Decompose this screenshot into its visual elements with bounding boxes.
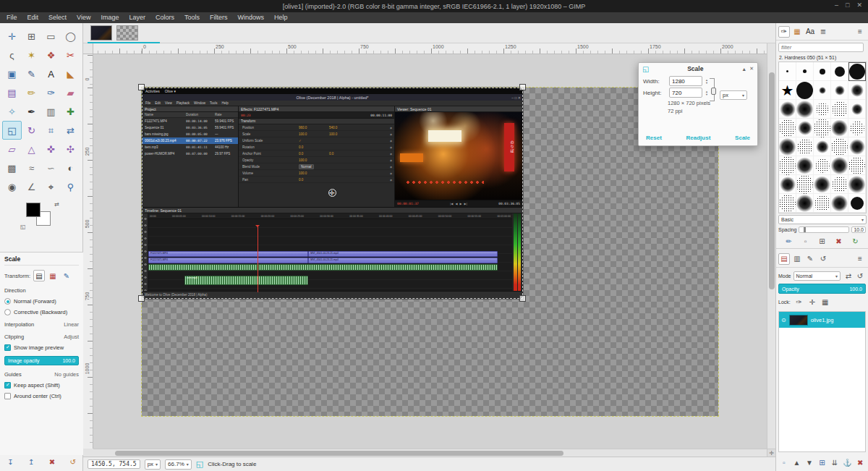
brush-item[interactable] <box>814 194 831 213</box>
mode-dropdown[interactable]: Normal <box>793 271 841 281</box>
brush-item[interactable] <box>831 62 848 81</box>
effect-value[interactable]: 540.0 <box>329 126 359 130</box>
brush-item[interactable] <box>814 119 831 137</box>
layer-visibility-icon[interactable]: ⊙ <box>781 317 786 323</box>
undo-history-tab-icon[interactable]: ↺ <box>817 253 829 265</box>
brush-item[interactable] <box>796 156 814 175</box>
brush-item[interactable] <box>796 100 814 119</box>
transport-button[interactable]: ◀ <box>455 202 457 205</box>
clipping-row[interactable]: Clipping Adjust <box>4 334 79 340</box>
tool-foreground-select[interactable]: ▣ <box>2 64 22 83</box>
tool-bucket-fill[interactable]: ◣ <box>61 64 80 83</box>
spacing-slider[interactable] <box>799 226 849 233</box>
tool-measure[interactable]: ∠ <box>22 177 41 196</box>
effect-value[interactable]: 960.0 <box>299 126 329 130</box>
effect-parameter-row[interactable]: Uniform Scale✓◆ <box>239 137 394 144</box>
document-history-tab-icon[interactable]: ≣ <box>817 26 829 38</box>
keyframe-icon[interactable]: ◆ <box>390 126 392 130</box>
brush-filter-input[interactable] <box>778 43 864 52</box>
brush-item[interactable] <box>831 137 848 156</box>
layer-opacity-slider[interactable]: Opacity 100.0 <box>778 284 866 294</box>
swap-colors-icon[interactable]: ⇄ <box>54 201 59 208</box>
tool-handle-transform[interactable]: ✣ <box>61 140 80 158</box>
reset-tool-options-icon[interactable]: ↺ <box>67 456 79 467</box>
keyframe-icon[interactable]: ◆ <box>390 158 392 162</box>
tool-paths[interactable]: ✎ <box>22 64 41 83</box>
effect-value[interactable]: 100.0 <box>299 132 329 136</box>
layer-name[interactable]: olive1.jpg <box>811 317 834 323</box>
effect-parameter-row[interactable]: Opacity100.0◆ <box>239 157 394 164</box>
transport-button[interactable]: |◀ <box>450 202 453 205</box>
mode-reset-icon[interactable]: ↺ <box>854 270 866 281</box>
tool-ellipse-select[interactable]: ◯ <box>61 27 80 46</box>
transport-button[interactable]: ▶| <box>464 202 467 205</box>
tool-color-picker[interactable]: ⌖ <box>41 177 61 196</box>
brush-item[interactable] <box>831 100 848 119</box>
lock-position-icon[interactable]: ✛ <box>807 296 818 307</box>
clipping-value[interactable]: Adjust <box>64 334 79 340</box>
menu-item[interactable]: Tools <box>179 12 205 23</box>
channels-tab-icon[interactable]: ▥ <box>791 253 803 265</box>
effect-value[interactable]: 0.0 <box>329 152 359 156</box>
project-media-item[interactable]: 00i01d.e2t.00.23.mp400:00:07:2223.976 FP… <box>142 137 238 144</box>
keyframe-icon[interactable]: ◆ <box>390 145 392 149</box>
height-spinner[interactable]: ▲▼ <box>705 90 708 96</box>
brush-item[interactable] <box>848 100 866 119</box>
layers-tab-icon[interactable]: ▤ <box>778 253 790 265</box>
scale-handle-bottom-right[interactable] <box>519 295 526 302</box>
tool-scissors-select[interactable]: ✂ <box>61 46 80 64</box>
new-brush-icon[interactable]: ▫ <box>800 235 812 247</box>
timeline-clip[interactable]: F1227471.MP4 <box>148 258 308 263</box>
brush-item[interactable] <box>848 119 866 137</box>
patterns-tab-icon[interactable]: ▦ <box>791 26 803 38</box>
timeline-clip[interactable]: F1227471.MP4 <box>148 251 308 257</box>
menu-item[interactable]: Windows <box>232 12 269 23</box>
keyframe-icon[interactable]: ◆ <box>390 171 392 175</box>
brush-item[interactable] <box>848 194 866 213</box>
unit-dropdown-dialog[interactable]: px <box>720 90 747 100</box>
tool-text[interactable]: A <box>41 64 61 83</box>
brush-item[interactable] <box>796 119 814 137</box>
lower-layer-icon[interactable]: ▼ <box>804 457 815 468</box>
tool-align[interactable]: ⊞ <box>22 27 41 46</box>
vertical-scrollbar[interactable] <box>767 43 775 449</box>
show-preview-checkbox[interactable] <box>4 344 11 351</box>
brush-item[interactable] <box>814 100 831 119</box>
project-media-item[interactable]: bars missing.jpg00:00:05:00— <box>142 131 238 137</box>
paths-tab-icon[interactable]: ✎ <box>804 253 816 265</box>
project-media-item[interactable]: F1227471.MP400:00:14:0059.9401 FPS <box>142 118 238 124</box>
keyframe-icon[interactable]: ◆ <box>390 152 392 156</box>
transform-path-icon[interactable]: ✎ <box>61 270 72 281</box>
scale-handle-top-right[interactable] <box>519 84 526 90</box>
brush-item[interactable] <box>848 137 866 156</box>
brush-item[interactable] <box>814 156 831 175</box>
horizontal-scrollbar-thumb[interactable] <box>115 451 563 456</box>
menu-item[interactable]: Layer <box>124 12 150 23</box>
foreground-color-swatch[interactable] <box>26 203 41 217</box>
brush-item[interactable] <box>831 175 848 194</box>
effect-parameter-row[interactable]: Anchor Point0.00.0◆ <box>239 150 394 157</box>
transform-pivot-handle[interactable]: ✛ <box>328 189 336 197</box>
mode-switch-icon[interactable]: ⇄ <box>843 270 854 281</box>
navigation-button[interactable]: ✛ <box>767 449 775 457</box>
chain-link-icon[interactable] <box>710 78 715 101</box>
effect-value[interactable]: 100.0 <box>299 171 329 175</box>
tool-fuzzy-select[interactable]: ✶ <box>22 46 41 64</box>
image-opacity-slider[interactable]: Image opacity 100.0 <box>4 356 79 365</box>
brush-item[interactable] <box>779 156 796 175</box>
brush-item[interactable] <box>848 81 866 100</box>
keep-aspect-checkbox[interactable] <box>4 382 11 389</box>
menu-item[interactable]: File <box>1 12 22 23</box>
brushes-tab-icon[interactable]: ✑ <box>778 26 790 38</box>
scale-button[interactable]: Scale <box>735 135 750 141</box>
tool-scale[interactable]: ◱ <box>2 121 22 140</box>
tool-cage-transform[interactable]: ▩ <box>2 158 22 177</box>
lock-pixels-icon[interactable]: ✑ <box>793 296 805 307</box>
tool-heal[interactable]: ✚ <box>61 102 80 121</box>
brush-item[interactable] <box>779 137 796 156</box>
brush-item[interactable] <box>848 156 866 175</box>
brush-item[interactable] <box>814 62 831 81</box>
scale-handle-bottom-left[interactable] <box>138 295 145 302</box>
effect-value[interactable]: 0.0 <box>299 152 329 156</box>
timeline-clip[interactable]: MVI_4501-00.23.21.mp4 <box>308 251 498 257</box>
